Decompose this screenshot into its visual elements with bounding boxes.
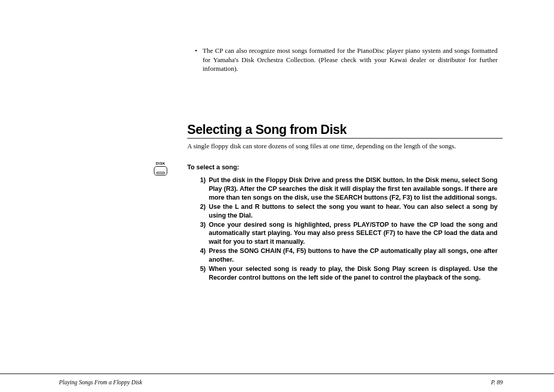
step-number: 3) xyxy=(197,221,209,247)
page-footer: Playing Songs From a Floppy Disk P. 89 xyxy=(59,379,503,385)
step-text: Press the SONG CHAIN (F4, F5) buttons to… xyxy=(209,247,498,264)
bullet-text: The CP can also recognize most songs for… xyxy=(203,46,498,73)
step-number: 2) xyxy=(197,203,209,220)
subheading: To select a song: xyxy=(187,164,503,171)
disk-icon-shape xyxy=(154,166,167,175)
step-text: Put the disk in the Floppy Disk Drive an… xyxy=(209,176,498,202)
bullet-item: • The CP can also recognize most songs f… xyxy=(195,46,498,73)
step-number: 5) xyxy=(197,265,209,282)
step-number: 1) xyxy=(197,176,209,202)
top-bullet-section: • The CP can also recognize most songs f… xyxy=(195,46,498,73)
footer-divider xyxy=(0,374,554,374)
step-item: 5) When your selected song is ready to p… xyxy=(197,265,498,282)
step-text: When your selected song is ready to play… xyxy=(209,265,498,282)
manual-page: • The CP can also recognize most songs f… xyxy=(0,0,554,392)
disk-icon-label: DISK xyxy=(154,162,167,165)
footer-page-number: P. 89 xyxy=(491,379,503,385)
step-item: 3) Once your desired song is highlighted… xyxy=(197,221,498,247)
footer-chapter: Playing Songs From a Floppy Disk xyxy=(59,379,142,385)
step-item: 4) Press the SONG CHAIN (F4, F5) buttons… xyxy=(197,247,498,264)
step-item: 1) Put the disk in the Floppy Disk Drive… xyxy=(197,176,498,202)
step-text: Once your desired song is highlighted, p… xyxy=(209,221,498,247)
section-heading: Selecting a Song from Disk xyxy=(187,122,503,139)
disk-icon: DISK xyxy=(154,162,167,175)
step-text: Use the L and R buttons to select the so… xyxy=(209,203,498,220)
section-intro: A single floppy disk can store dozens of… xyxy=(187,142,498,151)
bullet-mark: • xyxy=(195,46,203,73)
steps-list: 1) Put the disk in the Floppy Disk Drive… xyxy=(197,176,498,282)
step-item: 2) Use the L and R buttons to select the… xyxy=(197,203,498,220)
step-number: 4) xyxy=(197,247,209,264)
